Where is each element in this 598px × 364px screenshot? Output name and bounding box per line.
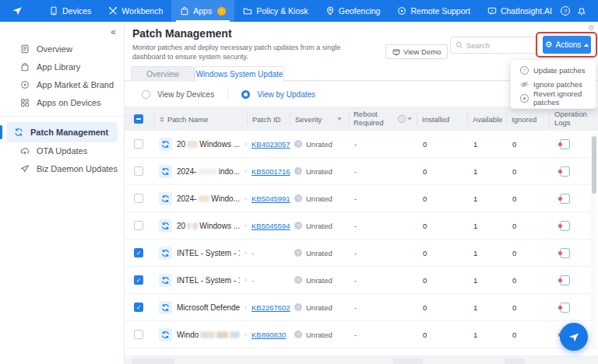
- operation-logs-icon[interactable]: [560, 221, 570, 231]
- patch-id-link[interactable]: KB890830: [247, 331, 286, 339]
- sort-icon[interactable]: [160, 117, 164, 122]
- col-patch-name[interactable]: Patch Name: [167, 115, 208, 124]
- severity-filter-icon[interactable]: [337, 117, 342, 121]
- apps-update-badge: [217, 7, 226, 16]
- row-checkbox[interactable]: [134, 303, 143, 312]
- view-by-updates-label[interactable]: View by Updates: [257, 90, 315, 99]
- tab-windows-system-update[interactable]: Windows System Update: [195, 66, 284, 82]
- operation-logs-icon[interactable]: [560, 194, 570, 204]
- apps-on-devices-icon: [20, 98, 30, 107]
- view-by-devices-radio[interactable]: [142, 90, 150, 99]
- operation-logs-icon[interactable]: [560, 275, 570, 285]
- sidebar-item-label: OTA Updates: [37, 146, 87, 156]
- tab-label: Overview: [146, 70, 179, 79]
- actions-button[interactable]: Actions: [543, 36, 591, 54]
- demo-screen-icon: [392, 48, 400, 56]
- patch-name[interactable]: INTEL - System - 10/3/...: [177, 276, 240, 285]
- patch-id-link[interactable]: KB5001716: [247, 167, 290, 176]
- notification-bell-icon[interactable]: [577, 6, 587, 16]
- patch-refresh-icon: [159, 138, 172, 151]
- patch-id-link[interactable]: -: [247, 249, 254, 257]
- patch-id-link[interactable]: KB4023057: [247, 140, 290, 149]
- help-icon[interactable]: [561, 6, 570, 16]
- patch-name[interactable]: 20Windows ...: [177, 140, 240, 149]
- ignored-count: 0: [506, 194, 549, 203]
- patch-id-link[interactable]: KB5045594: [247, 222, 290, 230]
- row-checkbox[interactable]: [134, 194, 143, 203]
- reboot-filter-icon[interactable]: [407, 117, 412, 121]
- overview-icon: [20, 44, 30, 54]
- severity-label: Unrated: [306, 167, 332, 176]
- update-patches-icon: [520, 66, 529, 75]
- row-checkbox[interactable]: [134, 139, 143, 149]
- operation-logs-icon[interactable]: [560, 303, 570, 313]
- nav-workbench[interactable]: Workbench: [100, 0, 171, 22]
- sidebar-item-label: App Market & Brand: [37, 80, 114, 89]
- sidebar-item-overview[interactable]: Overview: [6, 40, 118, 58]
- nav-policy-kiosk[interactable]: Policy & Kiosk: [234, 0, 317, 22]
- nav-apps[interactable]: Apps: [171, 0, 234, 22]
- sidebar-item-apps-on-devices[interactable]: Apps on Devices: [6, 94, 118, 111]
- redacted-text: [187, 141, 198, 148]
- nav-label: ChatInsight.AI: [501, 6, 552, 16]
- nav-label: Policy & Kiosk: [256, 6, 308, 16]
- patch-id-link[interactable]: KB5045991: [247, 194, 290, 203]
- patch-name[interactable]: Windo: [177, 331, 240, 339]
- patch-name[interactable]: 2024-Windo...: [177, 194, 240, 203]
- row-checkbox[interactable]: [134, 248, 143, 257]
- search-input[interactable]: [466, 41, 529, 50]
- view-by-devices-label[interactable]: View by Devices: [157, 90, 214, 99]
- patch-name[interactable]: INTEL - System - 10/3/...: [177, 249, 240, 257]
- menu-item-label: Ignore patches: [533, 80, 582, 89]
- sidebar-item-app-library[interactable]: App Library: [6, 58, 118, 75]
- operation-logs-icon[interactable]: [560, 248, 570, 258]
- airdroid-logo-icon[interactable]: [9, 3, 25, 19]
- patch-name-text: 20: [177, 140, 185, 149]
- view-by-updates-radio[interactable]: [241, 90, 250, 99]
- severity-unrated-icon: [294, 249, 302, 257]
- row-checkbox[interactable]: [134, 275, 143, 285]
- select-all-checkbox[interactable]: [134, 114, 143, 124]
- app-library-icon: [20, 62, 30, 72]
- installed-count: 0: [417, 249, 467, 257]
- row-checkbox[interactable]: [134, 221, 143, 230]
- reboot-help-icon[interactable]: [398, 115, 406, 123]
- ignored-count: 0: [506, 222, 549, 230]
- operation-logs-icon[interactable]: [560, 139, 570, 149]
- patch-name[interactable]: 2024-indo...: [177, 167, 240, 176]
- table-body: 20Windows ... › KB4023057 Unrated - 0 1 …: [125, 131, 598, 348]
- table-row: 20Windows ... › KB4023057 Unrated - 0 1 …: [125, 131, 598, 158]
- nav-label: Geofencing: [339, 6, 381, 16]
- operation-logs-icon[interactable]: [560, 166, 570, 177]
- sidebar-item-patch-management[interactable]: Patch Management: [6, 122, 118, 142]
- scrollbar-thumb[interactable]: [592, 136, 596, 194]
- menu-item-revert-ignored-patches[interactable]: Revert ignored patches: [511, 91, 596, 105]
- tab-overview[interactable]: Overview: [131, 66, 195, 81]
- nav-devices[interactable]: Devices: [40, 0, 100, 22]
- chat-fab-button[interactable]: [560, 323, 588, 351]
- nav-chatinsight[interactable]: ChatInsight.AI: [479, 0, 561, 22]
- page-settings-gear-icon[interactable]: [588, 23, 595, 32]
- col-installed: Installed: [422, 115, 449, 124]
- sidebar-item-ota-updates[interactable]: OTA Updates: [6, 142, 118, 159]
- col-available: Available: [473, 115, 502, 124]
- patch-id-link[interactable]: -: [247, 276, 254, 285]
- nav-geofencing[interactable]: Geofencing: [317, 0, 389, 22]
- menu-item-update-patches[interactable]: Update patches: [511, 63, 596, 77]
- patch-name-text: Windo: [177, 331, 199, 339]
- patch-name[interactable]: Microsoft Defender Anti...: [177, 303, 240, 312]
- row-checkbox[interactable]: [134, 330, 143, 339]
- sidebar-item-app-market[interactable]: App Market & Brand: [6, 76, 118, 93]
- table-row: Windo › KB890830 Unrated - 0 1 0: [125, 321, 598, 348]
- patch-name[interactable]: 20Windows ...: [177, 222, 240, 230]
- table-scrollbar[interactable]: [591, 133, 596, 349]
- sidebar-item-biz-daemon[interactable]: Biz Daemon Updates: [6, 160, 118, 177]
- patch-name-text: 2024-: [177, 167, 197, 176]
- patch-id-link[interactable]: KB2267602: [247, 303, 290, 312]
- apps-icon: [180, 6, 189, 16]
- patch-name-text: 2024-: [177, 194, 197, 203]
- sidebar-collapse-icon[interactable]: [111, 26, 116, 37]
- row-checkbox[interactable]: [134, 166, 143, 176]
- view-demo-button[interactable]: View Demo: [385, 44, 448, 59]
- nav-remote-support[interactable]: Remote Support: [389, 0, 478, 22]
